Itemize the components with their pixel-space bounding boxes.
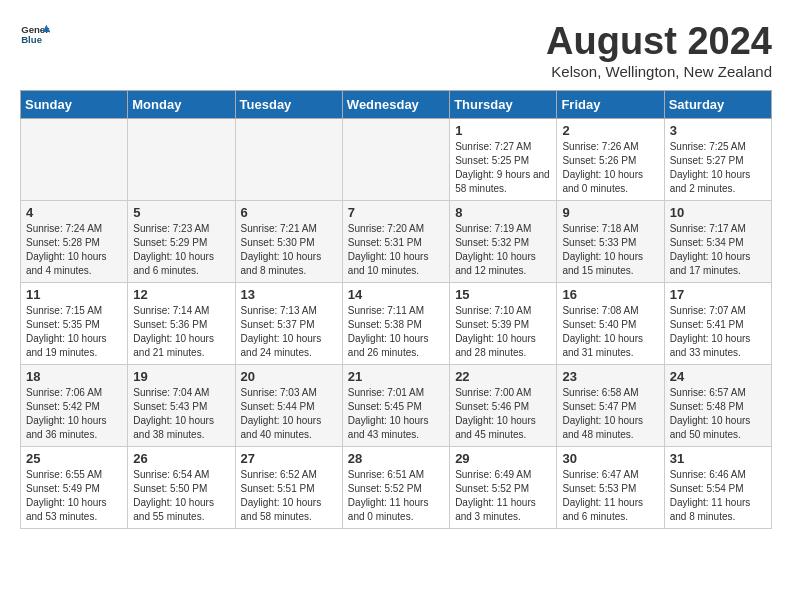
day-info: Sunrise: 7:19 AMSunset: 5:32 PMDaylight:… — [455, 222, 551, 278]
calendar-cell: 7Sunrise: 7:20 AMSunset: 5:31 PMDaylight… — [342, 201, 449, 283]
day-info: Sunrise: 7:01 AMSunset: 5:45 PMDaylight:… — [348, 386, 444, 442]
day-number: 30 — [562, 451, 658, 466]
calendar-cell: 29Sunrise: 6:49 AMSunset: 5:52 PMDayligh… — [450, 447, 557, 529]
calendar-table: SundayMondayTuesdayWednesdayThursdayFrid… — [20, 90, 772, 529]
day-number: 21 — [348, 369, 444, 384]
day-number: 9 — [562, 205, 658, 220]
day-info: Sunrise: 6:46 AMSunset: 5:54 PMDaylight:… — [670, 468, 766, 524]
calendar-cell: 21Sunrise: 7:01 AMSunset: 5:45 PMDayligh… — [342, 365, 449, 447]
day-number: 6 — [241, 205, 337, 220]
day-number: 7 — [348, 205, 444, 220]
calendar-week-4: 18Sunrise: 7:06 AMSunset: 5:42 PMDayligh… — [21, 365, 772, 447]
day-number: 3 — [670, 123, 766, 138]
day-number: 13 — [241, 287, 337, 302]
day-info: Sunrise: 7:24 AMSunset: 5:28 PMDaylight:… — [26, 222, 122, 278]
calendar-cell: 13Sunrise: 7:13 AMSunset: 5:37 PMDayligh… — [235, 283, 342, 365]
day-number: 22 — [455, 369, 551, 384]
day-number: 24 — [670, 369, 766, 384]
calendar-cell: 18Sunrise: 7:06 AMSunset: 5:42 PMDayligh… — [21, 365, 128, 447]
calendar-cell: 5Sunrise: 7:23 AMSunset: 5:29 PMDaylight… — [128, 201, 235, 283]
day-number: 4 — [26, 205, 122, 220]
day-number: 1 — [455, 123, 551, 138]
weekday-header-tuesday: Tuesday — [235, 91, 342, 119]
calendar-cell: 26Sunrise: 6:54 AMSunset: 5:50 PMDayligh… — [128, 447, 235, 529]
weekday-header-friday: Friday — [557, 91, 664, 119]
day-number: 15 — [455, 287, 551, 302]
day-info: Sunrise: 6:52 AMSunset: 5:51 PMDaylight:… — [241, 468, 337, 524]
calendar-cell: 14Sunrise: 7:11 AMSunset: 5:38 PMDayligh… — [342, 283, 449, 365]
svg-text:Blue: Blue — [21, 34, 42, 45]
day-info: Sunrise: 7:13 AMSunset: 5:37 PMDaylight:… — [241, 304, 337, 360]
location-subtitle: Kelson, Wellington, New Zealand — [546, 63, 772, 80]
calendar-cell: 27Sunrise: 6:52 AMSunset: 5:51 PMDayligh… — [235, 447, 342, 529]
calendar-cell: 1Sunrise: 7:27 AMSunset: 5:25 PMDaylight… — [450, 119, 557, 201]
calendar-cell: 25Sunrise: 6:55 AMSunset: 5:49 PMDayligh… — [21, 447, 128, 529]
calendar-cell: 10Sunrise: 7:17 AMSunset: 5:34 PMDayligh… — [664, 201, 771, 283]
day-number: 12 — [133, 287, 229, 302]
calendar-cell — [342, 119, 449, 201]
day-info: Sunrise: 7:18 AMSunset: 5:33 PMDaylight:… — [562, 222, 658, 278]
day-info: Sunrise: 7:04 AMSunset: 5:43 PMDaylight:… — [133, 386, 229, 442]
day-number: 11 — [26, 287, 122, 302]
page-header: General Blue August 2024 Kelson, Welling… — [20, 20, 772, 80]
calendar-week-2: 4Sunrise: 7:24 AMSunset: 5:28 PMDaylight… — [21, 201, 772, 283]
month-year-title: August 2024 — [546, 20, 772, 63]
day-number: 17 — [670, 287, 766, 302]
day-info: Sunrise: 7:25 AMSunset: 5:27 PMDaylight:… — [670, 140, 766, 196]
weekday-header-row: SundayMondayTuesdayWednesdayThursdayFrid… — [21, 91, 772, 119]
calendar-week-5: 25Sunrise: 6:55 AMSunset: 5:49 PMDayligh… — [21, 447, 772, 529]
day-info: Sunrise: 7:08 AMSunset: 5:40 PMDaylight:… — [562, 304, 658, 360]
calendar-cell: 20Sunrise: 7:03 AMSunset: 5:44 PMDayligh… — [235, 365, 342, 447]
weekday-header-sunday: Sunday — [21, 91, 128, 119]
day-number: 20 — [241, 369, 337, 384]
day-info: Sunrise: 7:17 AMSunset: 5:34 PMDaylight:… — [670, 222, 766, 278]
logo: General Blue — [20, 20, 50, 50]
day-info: Sunrise: 7:15 AMSunset: 5:35 PMDaylight:… — [26, 304, 122, 360]
calendar-cell: 23Sunrise: 6:58 AMSunset: 5:47 PMDayligh… — [557, 365, 664, 447]
title-section: August 2024 Kelson, Wellington, New Zeal… — [546, 20, 772, 80]
day-info: Sunrise: 7:03 AMSunset: 5:44 PMDaylight:… — [241, 386, 337, 442]
day-number: 26 — [133, 451, 229, 466]
calendar-cell: 22Sunrise: 7:00 AMSunset: 5:46 PMDayligh… — [450, 365, 557, 447]
calendar-cell: 9Sunrise: 7:18 AMSunset: 5:33 PMDaylight… — [557, 201, 664, 283]
day-info: Sunrise: 6:47 AMSunset: 5:53 PMDaylight:… — [562, 468, 658, 524]
day-number: 27 — [241, 451, 337, 466]
day-number: 8 — [455, 205, 551, 220]
day-info: Sunrise: 6:49 AMSunset: 5:52 PMDaylight:… — [455, 468, 551, 524]
day-info: Sunrise: 7:20 AMSunset: 5:31 PMDaylight:… — [348, 222, 444, 278]
weekday-header-thursday: Thursday — [450, 91, 557, 119]
day-info: Sunrise: 6:57 AMSunset: 5:48 PMDaylight:… — [670, 386, 766, 442]
calendar-cell: 24Sunrise: 6:57 AMSunset: 5:48 PMDayligh… — [664, 365, 771, 447]
calendar-cell — [235, 119, 342, 201]
day-info: Sunrise: 6:54 AMSunset: 5:50 PMDaylight:… — [133, 468, 229, 524]
day-info: Sunrise: 6:55 AMSunset: 5:49 PMDaylight:… — [26, 468, 122, 524]
calendar-cell: 30Sunrise: 6:47 AMSunset: 5:53 PMDayligh… — [557, 447, 664, 529]
calendar-cell: 17Sunrise: 7:07 AMSunset: 5:41 PMDayligh… — [664, 283, 771, 365]
day-number: 2 — [562, 123, 658, 138]
weekday-header-monday: Monday — [128, 91, 235, 119]
calendar-cell: 2Sunrise: 7:26 AMSunset: 5:26 PMDaylight… — [557, 119, 664, 201]
calendar-cell — [128, 119, 235, 201]
logo-icon: General Blue — [20, 20, 50, 50]
calendar-cell: 3Sunrise: 7:25 AMSunset: 5:27 PMDaylight… — [664, 119, 771, 201]
calendar-week-3: 11Sunrise: 7:15 AMSunset: 5:35 PMDayligh… — [21, 283, 772, 365]
day-number: 31 — [670, 451, 766, 466]
day-number: 19 — [133, 369, 229, 384]
day-info: Sunrise: 7:26 AMSunset: 5:26 PMDaylight:… — [562, 140, 658, 196]
day-info: Sunrise: 7:27 AMSunset: 5:25 PMDaylight:… — [455, 140, 551, 196]
day-number: 25 — [26, 451, 122, 466]
day-number: 16 — [562, 287, 658, 302]
calendar-cell: 4Sunrise: 7:24 AMSunset: 5:28 PMDaylight… — [21, 201, 128, 283]
weekday-header-saturday: Saturday — [664, 91, 771, 119]
calendar-cell: 28Sunrise: 6:51 AMSunset: 5:52 PMDayligh… — [342, 447, 449, 529]
calendar-cell: 8Sunrise: 7:19 AMSunset: 5:32 PMDaylight… — [450, 201, 557, 283]
calendar-cell: 6Sunrise: 7:21 AMSunset: 5:30 PMDaylight… — [235, 201, 342, 283]
calendar-cell: 15Sunrise: 7:10 AMSunset: 5:39 PMDayligh… — [450, 283, 557, 365]
day-info: Sunrise: 7:00 AMSunset: 5:46 PMDaylight:… — [455, 386, 551, 442]
calendar-cell: 16Sunrise: 7:08 AMSunset: 5:40 PMDayligh… — [557, 283, 664, 365]
day-number: 29 — [455, 451, 551, 466]
day-number: 10 — [670, 205, 766, 220]
calendar-week-1: 1Sunrise: 7:27 AMSunset: 5:25 PMDaylight… — [21, 119, 772, 201]
day-info: Sunrise: 7:21 AMSunset: 5:30 PMDaylight:… — [241, 222, 337, 278]
calendar-cell — [21, 119, 128, 201]
